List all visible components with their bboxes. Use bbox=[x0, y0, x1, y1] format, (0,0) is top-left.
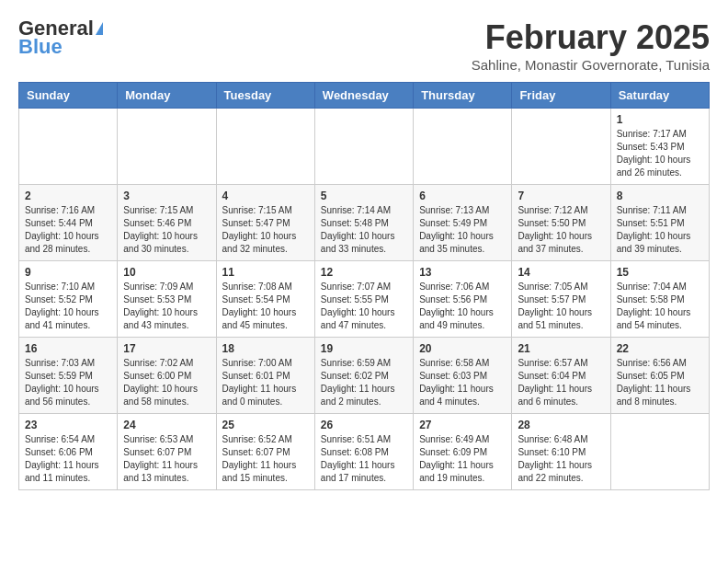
calendar-cell: 20Sunrise: 6:58 AM Sunset: 6:03 PM Dayli… bbox=[414, 338, 512, 414]
weekday-header-tuesday: Tuesday bbox=[216, 83, 314, 109]
day-info: Sunrise: 7:02 AM Sunset: 6:00 PM Dayligh… bbox=[123, 357, 210, 408]
day-info: Sunrise: 6:48 AM Sunset: 6:10 PM Dayligh… bbox=[518, 433, 604, 485]
calendar-cell: 6Sunrise: 7:13 AM Sunset: 5:49 PM Daylig… bbox=[414, 185, 512, 261]
calendar-cell: 16Sunrise: 7:03 AM Sunset: 5:59 PM Dayli… bbox=[19, 338, 118, 414]
calendar-cell: 1Sunrise: 7:17 AM Sunset: 5:43 PM Daylig… bbox=[610, 109, 709, 185]
calendar-cell bbox=[19, 109, 118, 185]
day-number: 5 bbox=[321, 190, 407, 202]
day-number: 3 bbox=[123, 190, 210, 202]
day-number: 19 bbox=[321, 342, 407, 355]
calendar-cell: 21Sunrise: 6:57 AM Sunset: 6:04 PM Dayli… bbox=[512, 338, 610, 414]
calendar-cell: 12Sunrise: 7:07 AM Sunset: 5:55 PM Dayli… bbox=[314, 261, 413, 338]
day-number: 16 bbox=[25, 342, 111, 355]
day-info: Sunrise: 7:03 AM Sunset: 5:59 PM Dayligh… bbox=[25, 357, 111, 408]
weekday-header-saturday: Saturday bbox=[610, 83, 709, 109]
day-info: Sunrise: 7:05 AM Sunset: 5:57 PM Dayligh… bbox=[518, 281, 604, 332]
calendar-cell: 8Sunrise: 7:11 AM Sunset: 5:51 PM Daylig… bbox=[610, 185, 709, 261]
calendar-cell: 4Sunrise: 7:15 AM Sunset: 5:47 PM Daylig… bbox=[216, 185, 314, 261]
day-number: 22 bbox=[617, 342, 703, 355]
weekday-header-friday: Friday bbox=[512, 83, 610, 109]
day-number: 27 bbox=[419, 419, 506, 431]
calendar-cell: 3Sunrise: 7:15 AM Sunset: 5:46 PM Daylig… bbox=[118, 185, 216, 261]
day-info: Sunrise: 7:04 AM Sunset: 5:58 PM Dayligh… bbox=[617, 281, 703, 332]
day-number: 2 bbox=[25, 190, 111, 202]
day-info: Sunrise: 6:51 AM Sunset: 6:08 PM Dayligh… bbox=[321, 433, 407, 485]
day-number: 10 bbox=[123, 266, 210, 279]
day-info: Sunrise: 6:57 AM Sunset: 6:04 PM Dayligh… bbox=[518, 357, 604, 408]
day-number: 25 bbox=[222, 419, 309, 431]
calendar-table: SundayMondayTuesdayWednesdayThursdayFrid… bbox=[18, 82, 710, 490]
day-number: 11 bbox=[222, 266, 309, 279]
logo-triangle-icon bbox=[96, 22, 103, 35]
day-info: Sunrise: 7:08 AM Sunset: 5:54 PM Dayligh… bbox=[222, 281, 309, 332]
calendar-cell bbox=[610, 414, 709, 490]
day-number: 12 bbox=[321, 266, 407, 279]
weekday-header-sunday: Sunday bbox=[19, 83, 118, 109]
day-info: Sunrise: 6:56 AM Sunset: 6:05 PM Dayligh… bbox=[617, 357, 703, 408]
title-block: February 2025 Sahline, Monastir Governor… bbox=[472, 18, 710, 73]
day-info: Sunrise: 7:15 AM Sunset: 5:46 PM Dayligh… bbox=[123, 204, 210, 256]
day-number: 14 bbox=[518, 266, 604, 279]
calendar-cell: 9Sunrise: 7:10 AM Sunset: 5:52 PM Daylig… bbox=[19, 261, 118, 338]
day-number: 7 bbox=[518, 190, 604, 202]
day-info: Sunrise: 6:52 AM Sunset: 6:07 PM Dayligh… bbox=[222, 433, 309, 485]
calendar-week-row: 23Sunrise: 6:54 AM Sunset: 6:06 PM Dayli… bbox=[19, 414, 710, 490]
day-number: 13 bbox=[419, 266, 506, 279]
month-year: February 2025 bbox=[472, 18, 710, 57]
calendar-week-row: 16Sunrise: 7:03 AM Sunset: 5:59 PM Dayli… bbox=[19, 338, 710, 414]
calendar-cell bbox=[512, 109, 610, 185]
day-info: Sunrise: 6:59 AM Sunset: 6:02 PM Dayligh… bbox=[321, 357, 407, 408]
logo: General Blue bbox=[18, 18, 103, 57]
day-info: Sunrise: 7:15 AM Sunset: 5:47 PM Dayligh… bbox=[222, 204, 309, 256]
day-info: Sunrise: 6:54 AM Sunset: 6:06 PM Dayligh… bbox=[25, 433, 111, 485]
calendar-week-row: 2Sunrise: 7:16 AM Sunset: 5:44 PM Daylig… bbox=[19, 185, 710, 261]
calendar-cell bbox=[118, 109, 216, 185]
calendar-cell: 7Sunrise: 7:12 AM Sunset: 5:50 PM Daylig… bbox=[512, 185, 610, 261]
day-info: Sunrise: 7:09 AM Sunset: 5:53 PM Dayligh… bbox=[123, 281, 210, 332]
day-number: 1 bbox=[617, 113, 703, 126]
calendar-cell: 22Sunrise: 6:56 AM Sunset: 6:05 PM Dayli… bbox=[610, 338, 709, 414]
calendar-cell: 27Sunrise: 6:49 AM Sunset: 6:09 PM Dayli… bbox=[414, 414, 512, 490]
day-number: 9 bbox=[25, 266, 111, 279]
day-info: Sunrise: 6:58 AM Sunset: 6:03 PM Dayligh… bbox=[419, 357, 506, 408]
calendar-cell: 17Sunrise: 7:02 AM Sunset: 6:00 PM Dayli… bbox=[118, 338, 216, 414]
logo-blue: Blue bbox=[18, 37, 63, 57]
day-number: 8 bbox=[617, 190, 703, 202]
calendar-cell: 15Sunrise: 7:04 AM Sunset: 5:58 PM Dayli… bbox=[610, 261, 709, 338]
calendar-cell: 13Sunrise: 7:06 AM Sunset: 5:56 PM Dayli… bbox=[414, 261, 512, 338]
calendar-cell: 28Sunrise: 6:48 AM Sunset: 6:10 PM Dayli… bbox=[512, 414, 610, 490]
day-number: 6 bbox=[419, 190, 506, 202]
calendar-cell bbox=[414, 109, 512, 185]
day-info: Sunrise: 7:06 AM Sunset: 5:56 PM Dayligh… bbox=[419, 281, 506, 332]
day-number: 4 bbox=[222, 190, 309, 202]
weekday-header-monday: Monday bbox=[118, 83, 216, 109]
calendar-cell bbox=[216, 109, 314, 185]
calendar-cell: 11Sunrise: 7:08 AM Sunset: 5:54 PM Dayli… bbox=[216, 261, 314, 338]
weekday-header-thursday: Thursday bbox=[414, 83, 512, 109]
calendar-cell: 18Sunrise: 7:00 AM Sunset: 6:01 PM Dayli… bbox=[216, 338, 314, 414]
day-info: Sunrise: 7:14 AM Sunset: 5:48 PM Dayligh… bbox=[321, 204, 407, 256]
calendar-cell: 10Sunrise: 7:09 AM Sunset: 5:53 PM Dayli… bbox=[118, 261, 216, 338]
calendar-week-row: 9Sunrise: 7:10 AM Sunset: 5:52 PM Daylig… bbox=[19, 261, 710, 338]
day-info: Sunrise: 7:12 AM Sunset: 5:50 PM Dayligh… bbox=[518, 204, 604, 256]
weekday-header-row: SundayMondayTuesdayWednesdayThursdayFrid… bbox=[19, 83, 710, 109]
day-info: Sunrise: 6:49 AM Sunset: 6:09 PM Dayligh… bbox=[419, 433, 506, 485]
day-info: Sunrise: 7:13 AM Sunset: 5:49 PM Dayligh… bbox=[419, 204, 506, 256]
day-number: 18 bbox=[222, 342, 309, 355]
day-number: 15 bbox=[617, 266, 703, 279]
day-number: 17 bbox=[123, 342, 210, 355]
day-info: Sunrise: 7:00 AM Sunset: 6:01 PM Dayligh… bbox=[222, 357, 309, 408]
day-number: 21 bbox=[518, 342, 604, 355]
day-number: 24 bbox=[123, 419, 210, 431]
calendar-cell: 14Sunrise: 7:05 AM Sunset: 5:57 PM Dayli… bbox=[512, 261, 610, 338]
day-info: Sunrise: 7:07 AM Sunset: 5:55 PM Dayligh… bbox=[321, 281, 407, 332]
day-number: 20 bbox=[419, 342, 506, 355]
day-info: Sunrise: 7:17 AM Sunset: 5:43 PM Dayligh… bbox=[617, 128, 703, 179]
page-header: General Blue February 2025 Sahline, Mona… bbox=[18, 18, 710, 73]
calendar-cell bbox=[314, 109, 413, 185]
day-number: 23 bbox=[25, 419, 111, 431]
location: Sahline, Monastir Governorate, Tunisia bbox=[472, 57, 710, 73]
day-number: 26 bbox=[321, 419, 407, 431]
calendar-cell: 25Sunrise: 6:52 AM Sunset: 6:07 PM Dayli… bbox=[216, 414, 314, 490]
calendar-cell: 2Sunrise: 7:16 AM Sunset: 5:44 PM Daylig… bbox=[19, 185, 118, 261]
